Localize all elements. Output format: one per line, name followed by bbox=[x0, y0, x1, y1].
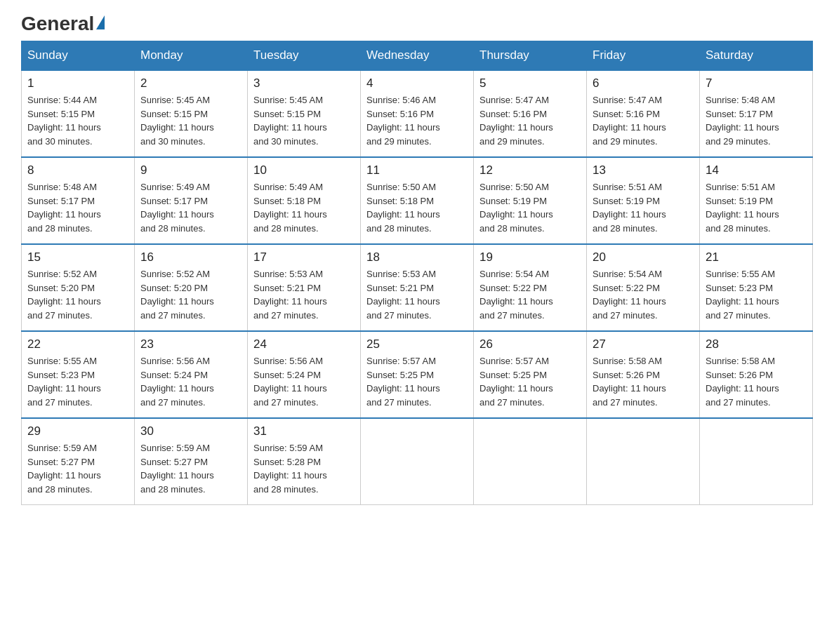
calendar-cell bbox=[474, 418, 587, 505]
day-number: 17 bbox=[253, 250, 355, 264]
weekday-header-wednesday: Wednesday bbox=[361, 41, 474, 71]
weekday-header-saturday: Saturday bbox=[700, 41, 813, 71]
day-number: 24 bbox=[253, 337, 355, 351]
day-number: 5 bbox=[479, 76, 581, 90]
day-number: 15 bbox=[27, 250, 128, 264]
calendar-table: SundayMondayTuesdayWednesdayThursdayFrid… bbox=[21, 41, 813, 505]
calendar-cell: 17 Sunrise: 5:53 AM Sunset: 5:21 PM Dayl… bbox=[248, 244, 361, 331]
day-number: 4 bbox=[366, 76, 468, 90]
weekday-header-row: SundayMondayTuesdayWednesdayThursdayFrid… bbox=[22, 41, 813, 71]
day-info: Sunrise: 5:47 AM Sunset: 5:16 PM Dayligh… bbox=[593, 93, 694, 148]
day-number: 30 bbox=[140, 424, 241, 438]
day-number: 10 bbox=[253, 163, 355, 177]
day-info: Sunrise: 5:49 AM Sunset: 5:17 PM Dayligh… bbox=[140, 180, 241, 235]
day-info: Sunrise: 5:59 AM Sunset: 5:27 PM Dayligh… bbox=[27, 441, 128, 496]
logo-general-text: General bbox=[21, 14, 105, 34]
day-number: 22 bbox=[27, 337, 128, 351]
day-info: Sunrise: 5:50 AM Sunset: 5:19 PM Dayligh… bbox=[479, 180, 581, 235]
day-info: Sunrise: 5:57 AM Sunset: 5:25 PM Dayligh… bbox=[479, 354, 581, 409]
logo: General bbox=[21, 14, 105, 34]
calendar-week-2: 8 Sunrise: 5:48 AM Sunset: 5:17 PM Dayli… bbox=[22, 157, 813, 244]
calendar-cell: 16 Sunrise: 5:52 AM Sunset: 5:20 PM Dayl… bbox=[135, 244, 248, 331]
day-info: Sunrise: 5:47 AM Sunset: 5:16 PM Dayligh… bbox=[479, 93, 581, 148]
day-info: Sunrise: 5:51 AM Sunset: 5:19 PM Dayligh… bbox=[593, 180, 694, 235]
day-number: 18 bbox=[366, 250, 468, 264]
day-number: 8 bbox=[27, 163, 128, 177]
calendar-cell: 21 Sunrise: 5:55 AM Sunset: 5:23 PM Dayl… bbox=[700, 244, 813, 331]
calendar-cell: 26 Sunrise: 5:57 AM Sunset: 5:25 PM Dayl… bbox=[474, 331, 587, 418]
day-info: Sunrise: 5:49 AM Sunset: 5:18 PM Dayligh… bbox=[253, 180, 355, 235]
day-number: 3 bbox=[253, 76, 355, 90]
day-number: 1 bbox=[27, 76, 128, 90]
calendar-cell: 1 Sunrise: 5:44 AM Sunset: 5:15 PM Dayli… bbox=[22, 70, 135, 157]
day-info: Sunrise: 5:55 AM Sunset: 5:23 PM Dayligh… bbox=[27, 354, 128, 409]
calendar-cell: 11 Sunrise: 5:50 AM Sunset: 5:18 PM Dayl… bbox=[361, 157, 474, 244]
day-number: 26 bbox=[479, 337, 581, 351]
calendar-cell: 6 Sunrise: 5:47 AM Sunset: 5:16 PM Dayli… bbox=[587, 70, 700, 157]
calendar-week-4: 22 Sunrise: 5:55 AM Sunset: 5:23 PM Dayl… bbox=[22, 331, 813, 418]
day-info: Sunrise: 5:59 AM Sunset: 5:28 PM Dayligh… bbox=[253, 441, 355, 496]
day-number: 6 bbox=[593, 76, 694, 90]
calendar-cell: 13 Sunrise: 5:51 AM Sunset: 5:19 PM Dayl… bbox=[587, 157, 700, 244]
weekday-header-friday: Friday bbox=[587, 41, 700, 71]
weekday-header-tuesday: Tuesday bbox=[248, 41, 361, 71]
calendar-cell: 5 Sunrise: 5:47 AM Sunset: 5:16 PM Dayli… bbox=[474, 70, 587, 157]
calendar-cell: 19 Sunrise: 5:54 AM Sunset: 5:22 PM Dayl… bbox=[474, 244, 587, 331]
day-number: 29 bbox=[27, 424, 128, 438]
calendar-week-5: 29 Sunrise: 5:59 AM Sunset: 5:27 PM Dayl… bbox=[22, 418, 813, 505]
day-number: 19 bbox=[479, 250, 581, 264]
calendar-cell: 28 Sunrise: 5:58 AM Sunset: 5:26 PM Dayl… bbox=[700, 331, 813, 418]
day-number: 23 bbox=[140, 337, 241, 351]
weekday-header-thursday: Thursday bbox=[474, 41, 587, 71]
day-info: Sunrise: 5:58 AM Sunset: 5:26 PM Dayligh… bbox=[706, 354, 807, 409]
day-number: 28 bbox=[706, 337, 807, 351]
calendar-cell: 27 Sunrise: 5:58 AM Sunset: 5:26 PM Dayl… bbox=[587, 331, 700, 418]
day-number: 27 bbox=[593, 337, 694, 351]
day-number: 16 bbox=[140, 250, 241, 264]
calendar-cell: 14 Sunrise: 5:51 AM Sunset: 5:19 PM Dayl… bbox=[700, 157, 813, 244]
calendar-cell: 20 Sunrise: 5:54 AM Sunset: 5:22 PM Dayl… bbox=[587, 244, 700, 331]
calendar-cell: 7 Sunrise: 5:48 AM Sunset: 5:17 PM Dayli… bbox=[700, 70, 813, 157]
calendar-cell: 30 Sunrise: 5:59 AM Sunset: 5:27 PM Dayl… bbox=[135, 418, 248, 505]
calendar-cell: 4 Sunrise: 5:46 AM Sunset: 5:16 PM Dayli… bbox=[361, 70, 474, 157]
calendar-cell: 3 Sunrise: 5:45 AM Sunset: 5:15 PM Dayli… bbox=[248, 70, 361, 157]
day-info: Sunrise: 5:45 AM Sunset: 5:15 PM Dayligh… bbox=[253, 93, 355, 148]
day-info: Sunrise: 5:45 AM Sunset: 5:15 PM Dayligh… bbox=[140, 93, 241, 148]
day-number: 2 bbox=[140, 76, 241, 90]
page-header: General bbox=[21, 14, 813, 34]
day-number: 12 bbox=[479, 163, 581, 177]
day-info: Sunrise: 5:44 AM Sunset: 5:15 PM Dayligh… bbox=[27, 93, 128, 148]
calendar-cell: 2 Sunrise: 5:45 AM Sunset: 5:15 PM Dayli… bbox=[135, 70, 248, 157]
calendar-cell: 22 Sunrise: 5:55 AM Sunset: 5:23 PM Dayl… bbox=[22, 331, 135, 418]
weekday-header-monday: Monday bbox=[135, 41, 248, 71]
calendar-cell: 31 Sunrise: 5:59 AM Sunset: 5:28 PM Dayl… bbox=[248, 418, 361, 505]
calendar-cell: 25 Sunrise: 5:57 AM Sunset: 5:25 PM Dayl… bbox=[361, 331, 474, 418]
day-info: Sunrise: 5:50 AM Sunset: 5:18 PM Dayligh… bbox=[366, 180, 468, 235]
calendar-cell: 10 Sunrise: 5:49 AM Sunset: 5:18 PM Dayl… bbox=[248, 157, 361, 244]
calendar-cell bbox=[361, 418, 474, 505]
day-number: 20 bbox=[593, 250, 694, 264]
day-info: Sunrise: 5:53 AM Sunset: 5:21 PM Dayligh… bbox=[253, 267, 355, 322]
day-number: 14 bbox=[706, 163, 807, 177]
calendar-cell bbox=[587, 418, 700, 505]
calendar-cell: 29 Sunrise: 5:59 AM Sunset: 5:27 PM Dayl… bbox=[22, 418, 135, 505]
weekday-header-sunday: Sunday bbox=[22, 41, 135, 71]
day-number: 21 bbox=[706, 250, 807, 264]
day-info: Sunrise: 5:58 AM Sunset: 5:26 PM Dayligh… bbox=[593, 354, 694, 409]
day-info: Sunrise: 5:52 AM Sunset: 5:20 PM Dayligh… bbox=[27, 267, 128, 322]
day-info: Sunrise: 5:48 AM Sunset: 5:17 PM Dayligh… bbox=[27, 180, 128, 235]
day-info: Sunrise: 5:56 AM Sunset: 5:24 PM Dayligh… bbox=[253, 354, 355, 409]
day-number: 9 bbox=[140, 163, 241, 177]
day-info: Sunrise: 5:59 AM Sunset: 5:27 PM Dayligh… bbox=[140, 441, 241, 496]
day-number: 11 bbox=[366, 163, 468, 177]
day-info: Sunrise: 5:56 AM Sunset: 5:24 PM Dayligh… bbox=[140, 354, 241, 409]
calendar-week-3: 15 Sunrise: 5:52 AM Sunset: 5:20 PM Dayl… bbox=[22, 244, 813, 331]
calendar-cell: 18 Sunrise: 5:53 AM Sunset: 5:21 PM Dayl… bbox=[361, 244, 474, 331]
calendar-cell: 24 Sunrise: 5:56 AM Sunset: 5:24 PM Dayl… bbox=[248, 331, 361, 418]
day-info: Sunrise: 5:48 AM Sunset: 5:17 PM Dayligh… bbox=[706, 93, 807, 148]
calendar-cell: 9 Sunrise: 5:49 AM Sunset: 5:17 PM Dayli… bbox=[135, 157, 248, 244]
calendar-cell: 8 Sunrise: 5:48 AM Sunset: 5:17 PM Dayli… bbox=[22, 157, 135, 244]
day-number: 13 bbox=[593, 163, 694, 177]
day-info: Sunrise: 5:57 AM Sunset: 5:25 PM Dayligh… bbox=[366, 354, 468, 409]
day-info: Sunrise: 5:54 AM Sunset: 5:22 PM Dayligh… bbox=[593, 267, 694, 322]
